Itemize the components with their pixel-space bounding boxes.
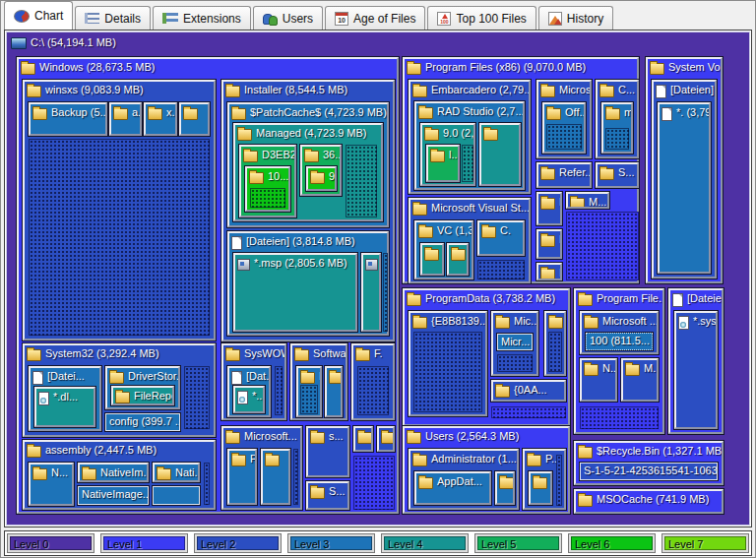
treemap-node-filerepository[interactable]: FileRepo... xyxy=(111,386,174,405)
files-area xyxy=(293,449,298,505)
node-label: S... xyxy=(618,166,635,178)
treemap-node-m4[interactable]: M. xyxy=(621,358,659,402)
tab-users[interactable]: Users xyxy=(253,6,323,30)
node-label: S... xyxy=(329,485,346,497)
treemap-node-l[interactable]: l... xyxy=(426,145,460,182)
treemap-node-rs2[interactable] xyxy=(479,123,521,186)
treemap-node-msocache[interactable]: MSOCache (741.9 MB) xyxy=(574,489,724,514)
treemap-node-star[interactable]: *... xyxy=(233,386,265,413)
legend-level-3: Level 3 xyxy=(288,534,374,552)
treemap-node-nativeimages[interactable]: NativeIm... xyxy=(78,463,149,482)
treemap-node-t[interactable]: T.. xyxy=(353,426,373,452)
treemap-node-f2[interactable]: F xyxy=(227,449,257,505)
folder-icon xyxy=(483,129,498,141)
treemap-node-a2[interactable]: a. xyxy=(420,243,444,276)
files-area xyxy=(413,332,482,412)
treemap-node-c2[interactable]: C. xyxy=(477,220,525,256)
files-area xyxy=(204,463,210,505)
treemap-node-100[interactable]: 100 (811.5... xyxy=(586,333,653,350)
node-label: F xyxy=(250,453,257,465)
treemap-node-root[interactable]: C:\ (54,194.1 MB) xyxy=(11,35,116,51)
folder-icon xyxy=(540,269,555,280)
files-area xyxy=(353,456,395,510)
tab-details[interactable]: Details xyxy=(75,6,151,30)
node-label: D... xyxy=(319,370,322,382)
node-label: System32 (3,292.4 MB) xyxy=(45,347,159,359)
treemap-node-s3[interactable]: S... xyxy=(596,162,639,188)
folder-icon xyxy=(418,107,433,119)
treemap-node-i2[interactable] xyxy=(261,449,290,505)
treemap-node-0aa[interactable]: {0AA... xyxy=(491,380,566,402)
treemap-node-s[interactable]: s... xyxy=(306,426,349,477)
treemap-node-a[interactable]: a... xyxy=(109,102,142,136)
treemap-node-backup[interactable]: Backup (5... xyxy=(29,102,107,136)
folder-icon xyxy=(157,468,171,480)
folder-icon xyxy=(304,151,319,162)
treemap-node-d[interactable]: D. xyxy=(529,471,552,505)
treemap-node-micr[interactable]: Micr... xyxy=(497,334,533,350)
treemap-node-d2[interactable]: D.. xyxy=(325,366,343,417)
files-area xyxy=(250,188,285,208)
node-label: FileRepo... xyxy=(134,390,174,402)
files-area xyxy=(462,145,473,182)
node-label: M.. xyxy=(559,233,562,245)
tab-age-of-files[interactable]: Age of Files xyxy=(325,6,425,30)
folder-icon xyxy=(32,108,47,120)
folder-icon xyxy=(650,63,664,75)
node-label: C:\ (54,194.1 MB) xyxy=(31,36,116,48)
treemap-node-nativeimage[interactable]: NativeImage... xyxy=(78,486,149,505)
node-label: 9.0 (2,1... xyxy=(443,127,475,139)
folder-icon xyxy=(407,63,421,75)
treemap-node-i3[interactable]: I xyxy=(377,426,395,452)
treemap-node-x[interactable]: x... xyxy=(144,102,177,136)
legend-level-6: Level 6 xyxy=(569,534,655,552)
tab-history[interactable]: History xyxy=(538,6,613,30)
treemap-node-sysvol-star[interactable]: *. (3,792... xyxy=(658,102,711,274)
treemap-node-truncated[interactable] xyxy=(179,102,210,136)
treemap-node-i4[interactable]: I... xyxy=(536,263,562,280)
tab-extensions[interactable]: Extensions xyxy=(153,6,251,30)
treemap-node-unnamed[interactable] xyxy=(153,486,200,505)
treemap-node-m2[interactable]: M... xyxy=(566,192,609,209)
node-label: DriverStor... xyxy=(128,370,180,382)
treemap-node-nati[interactable]: Nati... xyxy=(153,463,200,482)
files-area xyxy=(29,139,210,336)
treemap-node-9[interactable]: 9... xyxy=(306,166,337,191)
folder-icon xyxy=(329,372,343,384)
treemap-node-sys[interactable]: *.sys (... xyxy=(674,311,718,429)
treemap-node-n2[interactable]: N... xyxy=(580,358,617,402)
treemap-node-msp[interactable]: *.msp (2,805.6 MB) xyxy=(233,253,357,332)
treemap-node-config[interactable]: config (399.7 ... xyxy=(105,413,180,431)
disk-usage-analyzer-window: Chart Details Extensions Users Age of Fi… xyxy=(0,0,756,558)
file-icon xyxy=(656,85,666,98)
treemap-node-l2[interactable]: l. xyxy=(447,243,469,276)
treemap-node-admin-folder[interactable] xyxy=(495,471,515,505)
treemap-node-appdata[interactable]: AppDat... xyxy=(414,471,491,505)
node-label: D. xyxy=(551,475,552,487)
node-label: M... xyxy=(589,196,606,208)
treemap-node-sid[interactable]: S-1-5-21-4253615541-106350... xyxy=(580,463,718,480)
folder-icon xyxy=(115,392,130,403)
folder-icon xyxy=(265,455,280,466)
treemap-node-m1[interactable]: M.. xyxy=(536,192,562,225)
tab-chart[interactable]: Chart xyxy=(4,1,73,30)
treemap-node-dll[interactable]: *.dl... xyxy=(34,387,95,427)
legend-level-0: Level 0 xyxy=(8,534,94,552)
treemap-node-n[interactable]: N... xyxy=(29,463,74,506)
treemap-node-s2[interactable]: S... xyxy=(306,481,349,510)
tab-top-100-files[interactable]: Top 100 Files xyxy=(427,6,536,30)
node-label: Micros... xyxy=(559,84,592,95)
tab-label: Users xyxy=(283,12,313,26)
files-area xyxy=(477,260,525,279)
node-label: $Recycle.Bin (1,327.1 MB) xyxy=(597,445,724,457)
files-area xyxy=(548,332,562,372)
treemap-chart: C:\ (54,194.1 MB) Windows (28,673.5 MB) … xyxy=(6,31,750,526)
history-chart-icon xyxy=(548,12,562,26)
node-label: Managed (4,723.9 MB) xyxy=(256,127,367,139)
folder-icon xyxy=(82,468,96,480)
folder-icon xyxy=(243,151,258,162)
node-label: x... xyxy=(166,106,177,118)
treemap-node-msp2[interactable]: *. xyxy=(361,253,381,332)
treemap-node-m3[interactable]: M.. xyxy=(536,229,562,259)
treemap-node-reference[interactable]: Refer... xyxy=(536,162,592,188)
